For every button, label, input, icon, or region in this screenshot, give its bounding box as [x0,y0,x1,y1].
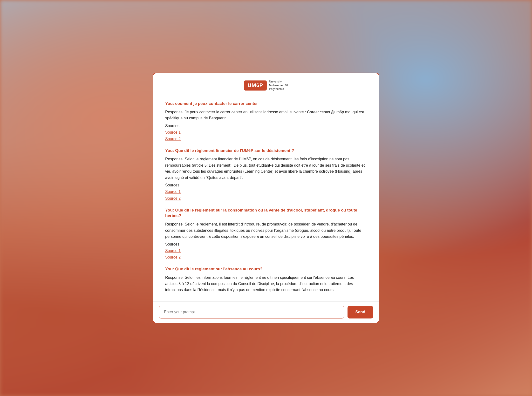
logo-text: University Mohammed VI Polytechnic [269,80,288,91]
logo-line2: Mohammed VI [269,84,288,88]
source-link-1-1[interactable]: Source 1 [165,129,367,136]
chat-entry-2: You: Que dit le règlement financier de l… [165,148,367,202]
source-link-2-1[interactable]: Source 1 [165,189,367,195]
source-link-3-2[interactable]: Source 2 [165,254,367,261]
user-question-3: You: Que dit le reglement sur la consomm… [165,207,367,219]
send-button[interactable]: Send [348,306,373,319]
modal-header: UM6P University Mohammed VI Polytechnic [153,73,379,96]
logo-box: UM6P [244,81,266,91]
sources-label-2: Sources: [165,183,367,188]
user-question-2: You: Que dit le règlement financier de l… [165,148,367,154]
logo-container: UM6P University Mohammed VI Polytechnic [244,80,288,91]
response-text-3: Response: Selon le règlement, il est int… [165,221,367,240]
chat-entry-1: You: cooment je peux contacter le carrer… [165,101,367,142]
chat-modal: UM6P University Mohammed VI Polytechnic … [153,73,379,323]
sources-label-3: Sources: [165,242,367,247]
chat-area: You: cooment je peux contacter le carrer… [153,96,379,301]
prompt-input[interactable] [159,306,344,319]
source-link-2-2[interactable]: Source 2 [165,195,367,202]
source-link-1-2[interactable]: Source 2 [165,136,367,142]
response-text-4: Response: Selon les informations fournie… [165,275,367,293]
logo-line1: University [269,80,288,84]
user-question-1: You: cooment je peux contacter le carrer… [165,101,367,107]
sources-label-1: Sources: [165,124,367,128]
logo-line3: Polytechnic [269,88,288,91]
user-question-4: You: Que dit le reglement sur l'absence … [165,266,367,272]
source-link-3-1[interactable]: Source 1 [165,248,367,254]
response-text-1: Response: Je peux contacter le carrer ce… [165,109,367,121]
response-text-2: Response: Selon le règlement financier d… [165,156,367,181]
input-area: Send [153,301,379,323]
chat-entry-4: You: Que dit le reglement sur l'absence … [165,266,367,293]
chat-entry-3: You: Que dit le reglement sur la consomm… [165,207,367,261]
